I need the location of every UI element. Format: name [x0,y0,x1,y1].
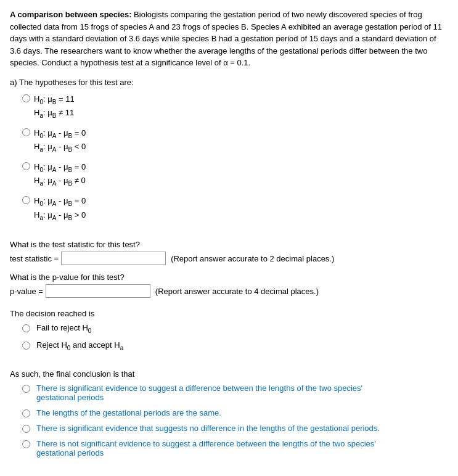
conclusion-block: As such, the final conclusion is that Th… [10,369,448,458]
ha-option-2: Ha: μA - μB < 0 [34,141,86,155]
hypothesis-radio-2[interactable] [22,128,30,136]
decision-options: Fail to reject H0 Reject H0 and accept H… [22,323,448,351]
decision-block: The decision reached is Fail to reject H… [10,309,448,351]
hypothesis-radio-4[interactable] [22,196,30,204]
decision-label-1: Fail to reject H0 [36,323,91,334]
conclusion-text-1: There is significant evidence to suggest… [36,384,362,402]
test-statistic-hint: (Report answer accurate to 2 decimal pla… [171,254,334,263]
h0-option-4: H0: μA - μB = 0 [34,195,86,209]
ha-option-3: Ha: μA - μB ≠ 0 [34,174,86,189]
p-value-question: What is the p-value for this test? [10,273,448,282]
decision-radio-1[interactable] [22,324,30,332]
test-statistic-input[interactable] [61,252,166,265]
conclusion-radio-1[interactable] [22,385,30,393]
decision-label: The decision reached is [10,309,448,318]
p-value-hint: (Report answer accurate to 4 decimal pla… [155,287,319,296]
part-a-label: a) The hypotheses for this test are: [10,78,448,87]
h0-option-2: H0: μA - μB = 0 [34,127,86,141]
conclusion-radio-4[interactable] [22,440,30,448]
hypothesis-radio-1[interactable] [22,94,30,102]
problem-title: A comparison between species: [10,10,131,19]
decision-radio-2[interactable] [22,342,30,350]
conclusion-label: As such, the final conclusion is that [10,369,448,379]
h0-option-1: H0: μB = 11 [34,93,75,107]
hypothesis-option-2: H0: μA - μB = 0 Ha: μA - μB < 0 [22,127,448,155]
p-value-label: p-value = [10,287,43,296]
conclusion-option-2: The lengths of the gestational periods a… [22,408,448,417]
test-statistic-block: What is the test statistic for this test… [10,240,448,265]
h0-option-3: H0: μA - μB = 0 [34,161,86,175]
hypothesis-radio-3[interactable] [22,162,30,170]
conclusion-option-4: There is not significant evidence to sug… [22,439,448,458]
hypothesis-option-3: H0: μA - μB = 0 Ha: μA - μB ≠ 0 [22,161,448,189]
conclusion-option-1: There is significant evidence to suggest… [22,384,448,402]
conclusion-radio-3[interactable] [22,425,30,433]
test-statistic-label: test statistic = [10,254,59,263]
p-value-input[interactable] [46,284,150,298]
problem-text: A comparison between species: Biologists… [10,9,448,69]
p-value-block: What is the p-value for this test? p-val… [10,273,448,298]
conclusion-text-4: There is not significant evidence to sug… [36,439,376,458]
ha-option-1: Ha: μB ≠ 11 [34,107,75,121]
conclusion-radio-2[interactable] [22,409,30,417]
conclusion-option-3: There is significant evidence that sugge… [22,424,448,433]
conclusion-options: There is significant evidence to suggest… [22,384,448,458]
hypothesis-option-4: H0: μA - μB = 0 Ha: μA - μB > 0 [22,195,448,223]
p-value-row: p-value = (Report answer accurate to 4 d… [10,284,448,298]
test-statistic-question: What is the test statistic for this test… [10,240,448,249]
decision-option-2: Reject H0 and accept Ha [22,340,448,351]
test-statistic-row: test statistic = (Report answer accurate… [10,252,448,265]
conclusion-text-3: There is significant evidence that sugge… [36,424,380,433]
decision-label-2: Reject H0 and accept Ha [36,340,123,351]
hypothesis-options: H0: μB = 11 Ha: μB ≠ 11 H0: μA - μB = 0 … [22,93,448,223]
decision-option-1: Fail to reject H0 [22,323,448,334]
ha-option-4: Ha: μA - μB > 0 [34,209,86,223]
conclusion-text-2: The lengths of the gestational periods a… [36,408,221,417]
hypothesis-option-1: H0: μB = 11 Ha: μB ≠ 11 [22,93,448,121]
